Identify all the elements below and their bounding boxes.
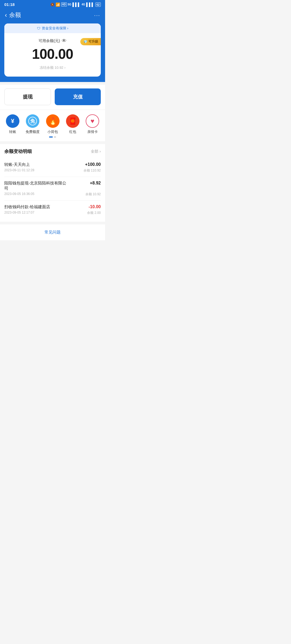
security-text: 资金安全有保障 › (42, 26, 68, 31)
action-buttons: 提现 充值 (0, 85, 105, 109)
free-quota-label: 免费额度 (26, 129, 40, 134)
small-bag-icon: 🔥 (46, 114, 60, 128)
tx-amount-2: +8.92 (90, 181, 101, 186)
wifi-icon: 📶 (56, 2, 60, 7)
quick-icon-red-packet[interactable]: 🧧 红包 (66, 114, 79, 134)
tx-amount-1: +100.00 (85, 162, 101, 167)
transactions-section: 余额变动明细 全部 › 转账-天天向上 +100.00 2023-09-11 0… (0, 144, 105, 222)
dot-1 (49, 136, 53, 138)
back-button[interactable]: ‹ 余额 (5, 11, 21, 19)
signal-4g-icon: 4G (82, 3, 85, 6)
upgrade-badge[interactable]: 💎 可升级 (80, 38, 101, 45)
status-icons: 🔕 📶 HD 5G ▌▌▌ 4G ▌▌▌ 62 (50, 2, 101, 7)
signal-bar-icon: ▌▌▌ (72, 2, 81, 7)
tx-meta-2: 2023-09-05 16:36:05 余额 10.92 (4, 192, 101, 197)
recharge-button[interactable]: 充值 (55, 88, 101, 105)
mute-icon: 🔕 (50, 3, 54, 6)
tx-meta-1: 2023-09-11 01:12:28 余额 110.92 (4, 168, 101, 173)
transaction-item-3[interactable]: 扫收钱码付款-给福建面店 -10.00 2023-09-05 12:17:07 … (4, 201, 101, 219)
tx-time-2: 2023-09-05 16:36:05 (4, 192, 34, 197)
quick-icons: ¥ 转账 免 免费额度 🔥 小荷包 🧧 红包 ♥ 亲情卡 (0, 110, 105, 141)
header-title: 余额 (9, 11, 21, 19)
shield-icon: 🛡 (37, 26, 40, 30)
tx-balance-1: 余额 110.92 (84, 168, 101, 173)
quick-icon-transfer[interactable]: ¥ 转账 (6, 114, 19, 134)
quick-icon-free-quota[interactable]: 免 免费额度 (26, 114, 40, 134)
icons-row: ¥ 转账 免 免费额度 🔥 小荷包 🧧 红包 ♥ 亲情卡 (3, 114, 102, 134)
transfer-label: 转账 (9, 129, 16, 134)
family-card-icon: ♥ (86, 114, 99, 128)
status-bar: 01:18 🔕 📶 HD 5G ▌▌▌ 4G ▌▌▌ 62 (0, 0, 105, 8)
quick-icon-small-bag[interactable]: 🔥 小荷包 (46, 114, 60, 134)
balance-card-wrapper: 🛡 资金安全有保障 › 💎 可升级 可用余额(元) 👁 100.00 冻结余额 … (0, 23, 105, 82)
page-dots (3, 134, 102, 139)
balance-amount: 100.00 (10, 46, 95, 62)
family-card-label: 亲情卡 (87, 129, 98, 134)
balance-card: 🛡 资金安全有保障 › 💎 可升级 可用余额(元) 👁 100.00 冻结余额 … (4, 23, 101, 77)
transfer-icon: ¥ (6, 114, 19, 128)
tx-balance-2: 余额 10.92 (85, 192, 101, 197)
tx-name-3: 扫收钱码付款-给福建面店 (4, 204, 50, 210)
status-time: 01:18 (4, 2, 15, 7)
tx-time-1: 2023-09-11 01:12:28 (4, 168, 34, 173)
more-button[interactable]: ··· (94, 12, 100, 18)
tx-row-3: 扫收钱码付款-给福建面店 -10.00 (4, 204, 101, 210)
hd-icon: HD (61, 2, 67, 6)
transaction-item-2[interactable]: 陌陌钱包提现-北京陌陌科技有限公司 +8.92 2023-09-05 16:36… (4, 177, 101, 201)
battery-icon: 62 (95, 2, 101, 7)
withdraw-button[interactable]: 提现 (4, 88, 51, 105)
tx-row-1: 转账-天天向上 +100.00 (4, 162, 101, 167)
free-quota-icon: 免 (26, 114, 39, 128)
tx-all-link[interactable]: 全部 › (91, 149, 101, 154)
upgrade-label: 可升级 (88, 39, 98, 44)
security-banner[interactable]: 🛡 资金安全有保障 › (4, 23, 101, 33)
eye-toggle-icon[interactable]: 👁 (62, 38, 67, 44)
back-arrow-icon: ‹ (5, 11, 7, 19)
small-bag-label: 小荷包 (47, 129, 58, 134)
balance-main: 💎 可升级 可用余额(元) 👁 100.00 冻结余额 10.92 › (4, 33, 101, 77)
quick-icon-family-card[interactable]: ♥ 亲情卡 (86, 114, 99, 134)
frozen-balance[interactable]: 冻结余额 10.92 › (10, 65, 95, 71)
signal-5g-icon: 5G (68, 3, 71, 6)
tx-meta-3: 2023-09-05 12:17:07 余额 2.00 (4, 211, 101, 215)
tx-balance-3: 余额 2.00 (87, 211, 101, 215)
tx-row-2: 陌陌钱包提现-北京陌陌科技有限公司 +8.92 (4, 181, 101, 191)
dot-2 (54, 136, 56, 138)
faq-section: 常见问题 (0, 224, 105, 240)
tx-time-3: 2023-09-05 12:17:07 (4, 211, 34, 215)
faq-link[interactable]: 常见问题 (44, 230, 61, 234)
red-packet-icon: 🧧 (66, 114, 79, 128)
tx-amount-3: -10.00 (89, 204, 101, 209)
red-packet-label: 红包 (69, 129, 76, 134)
tx-name-2: 陌陌钱包提现-北京陌陌科技有限公司 (4, 181, 66, 191)
header: ‹ 余额 ··· (0, 8, 105, 23)
transaction-item-1[interactable]: 转账-天天向上 +100.00 2023-09-11 01:12:28 余额 1… (4, 158, 101, 177)
tx-header: 余额变动明细 全部 › (4, 148, 101, 155)
tx-title: 余额变动明细 (4, 148, 32, 155)
tx-name-1: 转账-天天向上 (4, 162, 30, 167)
signal-bar2-icon: ▌▌▌ (86, 2, 94, 7)
diamond-icon: 💎 (84, 40, 88, 44)
